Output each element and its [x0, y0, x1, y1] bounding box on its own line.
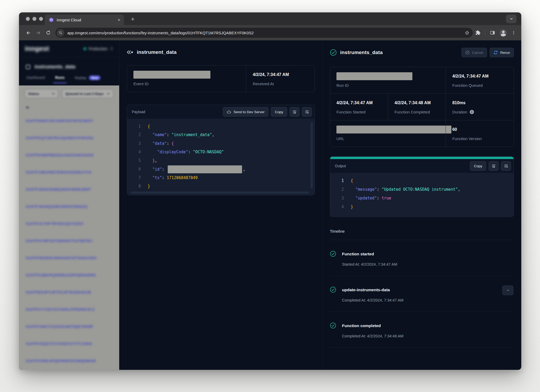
- timeline-expand-button[interactable]: [502, 285, 513, 295]
- run-id-redacted: [336, 72, 412, 80]
- wrap-text-icon-button[interactable]: [489, 161, 499, 171]
- tab-title: Inngest Cloud: [57, 18, 115, 22]
- run-id-list-item[interactable]: 01HTFCW27CZ2X3AZM75QEYNH8F: [19, 318, 119, 335]
- extensions-icon[interactable]: [475, 30, 481, 35]
- function-completed-cell: 4/2/24, 7:34:48 AM Function Completed: [388, 93, 446, 120]
- function-started-cell: 4/2/24, 7:34:47 AM Function Started: [330, 93, 388, 120]
- new-tab-button[interactable]: [128, 15, 137, 23]
- timeline-item: Function startedStarted At: 4/2/2024, 7:…: [330, 240, 514, 276]
- run-id-list: 01HTFN86XV8CXW87657W7E3WDY01HTFKQT1M7RSJ…: [19, 112, 119, 369]
- tab-list-chevron-button[interactable]: [506, 15, 517, 23]
- run-id-list-item[interactable]: 01HTFG3BKPQ5R9EAA5PGBRARRN: [19, 266, 119, 284]
- run-panel-header: instruments_data Cancel Rerun: [330, 48, 514, 57]
- back-button[interactable]: [23, 28, 33, 38]
- payload-vertical-scrollbar[interactable]: [311, 122, 313, 188]
- code-line: 5 },: [127, 156, 315, 165]
- wrap-text-icon-button[interactable]: [290, 107, 300, 117]
- inngest-logo: inngest: [25, 45, 49, 52]
- profile-avatar[interactable]: [500, 29, 507, 36]
- run-id-cell: Run ID: [330, 67, 446, 93]
- timeline-item-subtitle: Completed At: 4/2/2024, 7:34:47 AM: [342, 298, 514, 302]
- payload-actions: Send to Dev Server Copy: [223, 107, 312, 117]
- output-copy-button[interactable]: Copy: [470, 161, 486, 171]
- timeline-item: update-instruments-dataCompleted At: 4/2…: [330, 276, 514, 312]
- function-completed-label: Function Completed: [394, 110, 439, 114]
- close-window-button[interactable]: [26, 17, 30, 21]
- run-id-list-item[interactable]: 01HTFCR9KAPQP0R8PZK3MQNMXB: [19, 352, 119, 369]
- inngest-favicon: [49, 17, 54, 23]
- function-version-label: Function Version: [452, 136, 507, 141]
- run-id-list-item[interactable]: 01HTFJ3B1PB27EWGK5Z086JYC8: [19, 164, 119, 181]
- code-line: 2 "message": "Updated OCTO:NASDAQ instru…: [330, 185, 514, 194]
- run-id-list-item[interactable]: 01HTFCYYZGYGYGDKJVP82NKXCZ: [19, 301, 119, 318]
- run-id-list-item[interactable]: 01HTFJC7HF7RVN01Q3YD253: [19, 215, 119, 232]
- expand-lines-icon-button[interactable]: [302, 107, 312, 117]
- zoom-window-button[interactable]: [39, 17, 43, 21]
- environment-status-dot: [84, 47, 86, 50]
- output-card: Output Copy 1{2 "message": "Updated OC: [330, 156, 514, 217]
- duration-label: Duration: [452, 110, 467, 114]
- status-filter[interactable]: Status: [25, 89, 58, 98]
- run-title: instruments_data: [340, 50, 383, 55]
- forward-button[interactable]: [33, 28, 43, 38]
- cancel-button[interactable]: Cancel: [461, 48, 487, 57]
- send-to-dev-server-label: Send to Dev Server: [234, 110, 265, 114]
- browser-tab[interactable]: Inngest Cloud: [45, 15, 124, 25]
- timeline-item-subtitle: Started At: 4/2/2024, 7:34:47 AM: [342, 262, 514, 266]
- run-id-list-item[interactable]: 01HTFKQT1M7RSJQABEXYF0K0S2: [19, 129, 119, 146]
- window-controls[interactable]: [26, 17, 43, 21]
- rerun-button[interactable]: Rerun: [490, 48, 514, 57]
- timeline-item-title: update-instruments-data: [342, 288, 514, 292]
- run-id-list-item[interactable]: 01HTFN86XV8CXW87657W7E3WDY: [19, 112, 119, 129]
- menu-kebab-icon[interactable]: [511, 30, 516, 35]
- rerun-label: Rerun: [500, 51, 510, 55]
- run-id-list-item[interactable]: 01HTFJDA6Q2385JWNH7E8Q2Q: [19, 198, 119, 215]
- send-to-dev-server-button[interactable]: Send to Dev Server: [223, 107, 269, 117]
- run-id-list-item[interactable]: 01HTFJ94HVE0BQ48AF4DM13E9T: [19, 181, 119, 198]
- check-circle-icon: [330, 286, 336, 293]
- run-id-list-item[interactable]: 01HTFKMBPMD0ZAJ4AG04KD3A02: [19, 146, 119, 164]
- output-header: Output Copy: [330, 159, 514, 173]
- output-label: Output: [335, 164, 346, 168]
- event-card: Event ID 4/2/24, 7:34:47 AM Received At: [127, 65, 315, 92]
- code-line: 2 "name": "instrument_data",: [127, 131, 315, 140]
- reload-button[interactable]: [43, 28, 53, 38]
- event-id-redacted: [133, 71, 210, 79]
- inngest-app: inngest Production instruments_data Dash…: [19, 40, 521, 370]
- site-info-icon[interactable]: [57, 29, 64, 37]
- payload-horizontal-scrollbar[interactable]: [131, 192, 309, 194]
- run-id-list-item[interactable]: 01HTFH9GR0CWNHSWY8TSNAVGRC: [19, 249, 119, 266]
- sidebar-tabs: DashboardRunsReplayNew: [19, 74, 119, 85]
- function-name: instruments_data: [35, 64, 75, 70]
- function-queued-cell: 4/2/24, 7:34:47 AM Function Queued: [446, 67, 514, 93]
- sidebar-tab-replay[interactable]: ReplayNew: [75, 75, 100, 84]
- expand-lines-icon-button[interactable]: [501, 161, 511, 171]
- run-details-card: Run ID 4/2/24, 7:34:47 AM Function Queue…: [330, 67, 514, 147]
- time-range-filter[interactable]: Queued in Last 3 Days: [62, 89, 113, 98]
- url-label: URL: [336, 136, 439, 141]
- output-code: 1{2 "message": "Updated OCTO:NASDAQ inst…: [330, 173, 514, 217]
- url-text[interactable]: app.inngest.com/env/production/functions…: [67, 31, 465, 35]
- copy-label: Copy: [275, 110, 283, 114]
- run-id-list-item[interactable]: 01HTFC5QG7ZYVXNZVC7VT1Z4K6: [19, 335, 119, 352]
- toolbar-actions: [475, 29, 516, 36]
- side-panel-icon[interactable]: [490, 30, 495, 35]
- wrap-text-icon: [292, 110, 297, 114]
- sidebar: inngest Production instruments_data Dash…: [19, 40, 119, 370]
- minimize-window-button[interactable]: [32, 17, 36, 21]
- event-panel-header: instrument_data: [127, 49, 315, 55]
- bookmark-star-icon[interactable]: [465, 30, 470, 35]
- payload-header: Payload Send to Dev Server Copy: [127, 105, 315, 119]
- sidebar-tab-runs[interactable]: Runs: [55, 75, 65, 83]
- run-id-list-item[interactable]: 01HTFEG3FVJP7FZJP7EA5KN3JR: [19, 284, 119, 301]
- sidebar-tab-dashboard[interactable]: Dashboard: [26, 75, 45, 83]
- info-icon[interactable]: [470, 110, 474, 114]
- code-line: 7 "ts": 1712068487049: [127, 174, 315, 182]
- address-bar[interactable]: app.inngest.com/env/production/functions…: [55, 28, 473, 38]
- runs-list-overlay: Status Queued in Last 3 Days ID 01HTFN86…: [19, 85, 119, 370]
- payload-copy-button[interactable]: Copy: [271, 107, 287, 117]
- environment-selector[interactable]: Production: [84, 46, 113, 51]
- tab-close-icon[interactable]: [117, 18, 121, 22]
- code-line: 3 "updated": true: [330, 194, 514, 203]
- run-id-list-item[interactable]: 01HTFHYWF32TSB9HGT01F5BTBJ: [19, 232, 119, 249]
